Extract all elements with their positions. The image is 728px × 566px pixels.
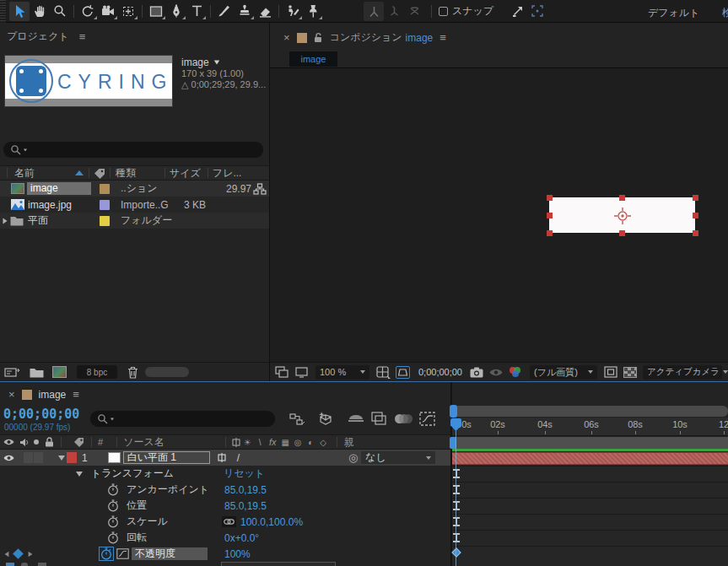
switch-frameblend-icon[interactable]: ▦	[279, 438, 292, 447]
frame-blend-icon[interactable]	[371, 412, 386, 425]
expression-graph-icon[interactable]	[116, 548, 129, 559]
timeline-search-input[interactable]	[90, 411, 275, 427]
anchor-point-icon[interactable]	[613, 207, 632, 225]
unlock-icon[interactable]	[314, 32, 323, 43]
next-keyframe-icon[interactable]	[29, 551, 33, 556]
label-color-swatch[interactable]	[100, 184, 110, 194]
always-preview-icon[interactable]	[275, 366, 289, 378]
layer-name[interactable]: 白い平面 1	[123, 451, 210, 464]
selection-handle[interactable]	[693, 213, 698, 218]
stopwatch-active[interactable]	[99, 547, 114, 561]
prop-name[interactable]: アンカーポイント	[127, 482, 209, 497]
pen-tool[interactable]	[166, 2, 186, 21]
snap-checkbox[interactable]	[439, 7, 448, 16]
switch-collapse-icon[interactable]: ☀	[241, 438, 254, 447]
prop-value[interactable]: 85.0,19.5	[224, 500, 267, 512]
layer-label-swatch[interactable]	[67, 452, 77, 463]
comp-timecode[interactable]: 0;00;00;00	[418, 367, 462, 377]
view-axis-mode[interactable]	[404, 2, 424, 21]
switch-shy-icon[interactable]	[231, 437, 241, 448]
layer-row[interactable]: 1 白い平面 1 / ◎ なし	[0, 450, 450, 466]
comp-viewport[interactable]	[270, 67, 728, 362]
zoom-tool[interactable]	[50, 2, 70, 21]
center-comp-icon[interactable]	[527, 2, 547, 21]
switch-motionblur-icon[interactable]: ◎	[292, 438, 305, 447]
selection-handle[interactable]	[693, 230, 698, 236]
track-area[interactable]	[452, 451, 728, 566]
opacity-keyframe[interactable]	[451, 547, 461, 557]
roto-brush-tool[interactable]	[283, 2, 303, 21]
transparency-grid-icon[interactable]	[623, 367, 637, 378]
opacity-row[interactable]: 不透明度 100%	[0, 546, 450, 562]
comp-tab-image[interactable]: image	[289, 51, 337, 67]
audio-column-icon[interactable]	[19, 438, 29, 447]
project-panel-title[interactable]: プロジェクト	[7, 30, 69, 44]
transform-label[interactable]: トランスフォーム	[91, 466, 174, 481]
interpret-footage-icon[interactable]	[4, 366, 21, 378]
prop-name-selected[interactable]: 不透明度	[132, 547, 208, 560]
row-name[interactable]: image	[27, 182, 91, 195]
switch-quality-icon[interactable]: \	[254, 438, 267, 447]
shared-view-icon[interactable]	[507, 2, 527, 21]
selection-handle[interactable]	[619, 230, 625, 236]
sort-ascending-icon[interactable]	[75, 170, 84, 175]
selection-handle[interactable]	[547, 230, 553, 236]
hand-tool[interactable]	[30, 2, 50, 21]
transform-reset[interactable]: リセット	[224, 466, 265, 481]
new-composition-icon[interactable]	[52, 366, 67, 378]
rectangle-tool[interactable]	[146, 2, 166, 21]
timeline-navigator-bar[interactable]	[452, 406, 728, 417]
column-hash[interactable]: #	[98, 437, 103, 447]
grid-guides-icon[interactable]	[376, 366, 391, 379]
pan-behind-tool[interactable]	[118, 2, 138, 21]
prop-name[interactable]: スケール	[127, 515, 168, 529]
expand-folder-icon[interactable]	[3, 218, 7, 224]
delete-trash-icon[interactable]	[127, 366, 138, 379]
clone-stamp-tool[interactable]	[235, 2, 255, 21]
layer-solid-swatch[interactable]	[108, 452, 121, 463]
channels-icon[interactable]	[510, 366, 523, 378]
close-panel-icon[interactable]: ×	[283, 31, 290, 44]
selection-handle[interactable]	[547, 213, 553, 218]
current-timecode[interactable]: 0;00;00;00	[3, 407, 79, 422]
layer-duration-bar[interactable]	[452, 452, 728, 465]
puppet-pin-tool[interactable]	[303, 2, 323, 21]
label-color-swatch[interactable]	[100, 216, 110, 226]
world-axis-mode[interactable]	[384, 2, 404, 21]
selection-handle[interactable]	[547, 195, 553, 201]
prop-name[interactable]: 回転	[127, 531, 147, 545]
navigator-handle[interactable]	[450, 405, 457, 418]
brush-tool[interactable]	[214, 2, 235, 21]
switch-fx-icon[interactable]: fx	[267, 437, 279, 447]
work-area-bar[interactable]	[452, 437, 728, 449]
eye-column-icon[interactable]	[3, 438, 14, 446]
transform-group-row[interactable]: トランスフォーム リセット	[0, 466, 450, 482]
project-row-folder[interactable]: 平面 フォルダー	[0, 213, 269, 229]
pick-whip-icon[interactable]: ◎	[348, 451, 358, 464]
hide-shy-icon[interactable]	[348, 412, 364, 425]
label-color-swatch[interactable]	[100, 200, 110, 210]
stopwatch-icon[interactable]	[107, 515, 119, 528]
switch-3d-icon[interactable]: ◇	[317, 438, 330, 447]
row-name[interactable]: 平面	[28, 213, 48, 228]
comp-mini-flowchart-icon[interactable]	[289, 412, 305, 425]
column-parent[interactable]: 親	[344, 435, 354, 450]
column-fps[interactable]: フレ...	[213, 166, 242, 181]
layer-quality-icon[interactable]	[217, 452, 227, 463]
label-column-icon[interactable]	[94, 168, 105, 179]
add-keyframe-icon[interactable]	[13, 548, 24, 559]
new-folder-icon[interactable]	[30, 367, 44, 378]
bit-depth-button[interactable]: 8 bpc	[77, 365, 117, 379]
scale-row[interactable]: スケール 100.0,100.0%	[0, 514, 450, 530]
audio-toggle-cell[interactable]	[24, 452, 33, 463]
column-type[interactable]: 種類	[116, 166, 136, 181]
label-column-icon[interactable]	[73, 437, 84, 447]
prop-value[interactable]: 100.0,100.0%	[240, 516, 303, 528]
prev-keyframe-icon[interactable]	[5, 551, 9, 556]
switch-adjustment-icon[interactable]: ◐	[305, 438, 317, 447]
selection-tool[interactable]	[9, 2, 30, 21]
type-tool[interactable]	[186, 2, 207, 21]
show-snapshot-icon[interactable]	[489, 368, 503, 377]
preview-item-name[interactable]: image	[181, 57, 209, 68]
roi-target-icon[interactable]	[604, 366, 617, 378]
